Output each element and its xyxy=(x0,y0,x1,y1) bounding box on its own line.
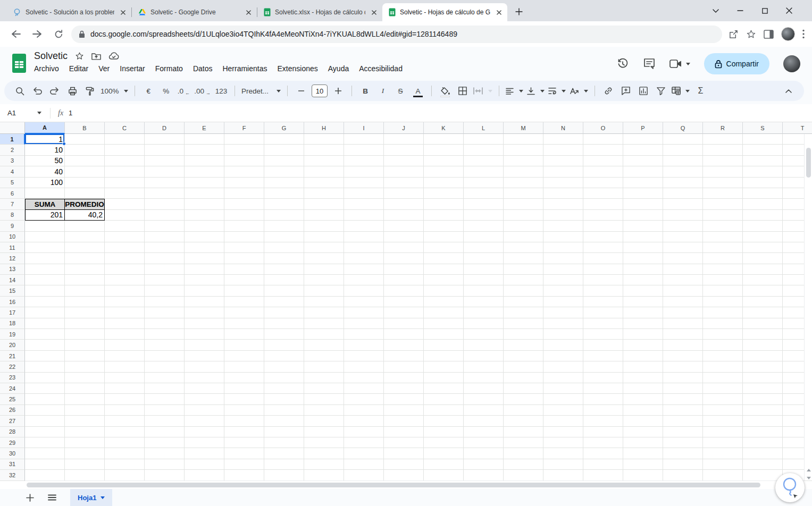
column-header-K[interactable]: K xyxy=(424,122,464,134)
functions-button[interactable]: Σ xyxy=(693,84,707,98)
grid-cell-S32[interactable] xyxy=(743,470,783,480)
grid-cell-R31[interactable] xyxy=(703,459,743,470)
grid-cell-I16[interactable] xyxy=(344,297,384,307)
grid-cell-F4[interactable] xyxy=(224,166,264,177)
grid-cell-J23[interactable] xyxy=(384,373,424,383)
grid-cell-M19[interactable] xyxy=(504,329,543,340)
grid-cell-R4[interactable] xyxy=(703,166,743,177)
grid-cell-N18[interactable] xyxy=(543,318,583,329)
menu-archivo[interactable]: Archivo xyxy=(30,63,63,74)
grid-cell-K27[interactable] xyxy=(424,416,464,426)
grid-cell-F1[interactable] xyxy=(224,134,264,145)
grid-cell-B19[interactable] xyxy=(65,329,105,340)
grid-cell-I24[interactable] xyxy=(344,383,384,394)
grid-cell-P22[interactable] xyxy=(623,361,663,372)
grid-cell-L26[interactable] xyxy=(464,405,504,416)
grid-cell-P25[interactable] xyxy=(623,394,663,404)
grid-cell-G27[interactable] xyxy=(264,416,304,426)
grid-cell-F31[interactable] xyxy=(224,459,264,470)
grid-cell-K13[interactable] xyxy=(424,264,464,275)
star-document-icon[interactable] xyxy=(75,52,84,61)
url-omnibox[interactable]: docs.google.com/spreadsheets/d/1ULqloe3i… xyxy=(71,26,722,43)
row-header-32[interactable]: 32 xyxy=(0,470,25,480)
document-title[interactable]: Solvetic xyxy=(34,50,68,62)
grid-cell-P3[interactable] xyxy=(623,156,663,166)
grid-cell-G23[interactable] xyxy=(264,373,304,383)
grid-cell-R22[interactable] xyxy=(703,361,743,372)
grid-cell-H13[interactable] xyxy=(304,264,344,275)
grid-cell-G16[interactable] xyxy=(264,297,304,307)
grid-cell-L7[interactable] xyxy=(464,199,504,209)
grid-cell-S23[interactable] xyxy=(743,373,783,383)
grid-cell-D3[interactable] xyxy=(145,156,185,166)
grid-cell-F22[interactable] xyxy=(224,361,264,372)
grid-cell-P7[interactable] xyxy=(623,199,663,209)
menu-ver[interactable]: Ver xyxy=(95,63,113,74)
grid-cell-M32[interactable] xyxy=(504,470,543,480)
grid-cell-D29[interactable] xyxy=(145,437,185,448)
browser-tab-3[interactable]: Solvetic.xlsx - Hojas de cálculo d xyxy=(257,3,382,21)
grid-cell-K8[interactable] xyxy=(424,210,464,221)
grid-cell-Q20[interactable] xyxy=(663,340,703,350)
grid-cell-P11[interactable] xyxy=(623,242,663,253)
menu-herramientas[interactable]: Herramientas xyxy=(219,63,271,74)
grid-cell-A10[interactable] xyxy=(25,232,65,242)
menu-extensiones[interactable]: Extensiones xyxy=(273,63,321,74)
bold-button[interactable]: B xyxy=(358,84,372,98)
select-all-corner[interactable] xyxy=(0,122,25,134)
forward-icon[interactable] xyxy=(29,26,46,43)
row-header-8[interactable]: 8 xyxy=(0,210,25,221)
grid-cell-L12[interactable] xyxy=(464,253,504,264)
grid-cell-R23[interactable] xyxy=(703,373,743,383)
grid-cell-H17[interactable] xyxy=(304,307,344,318)
grid-cell-I23[interactable] xyxy=(344,373,384,383)
grid-cell-F29[interactable] xyxy=(224,437,264,448)
grid-cell-L18[interactable] xyxy=(464,318,504,329)
grid-cell-P21[interactable] xyxy=(623,351,663,361)
grid-cell-K29[interactable] xyxy=(424,437,464,448)
grid-cell-J6[interactable] xyxy=(384,188,424,199)
grid-cell-R29[interactable] xyxy=(703,437,743,448)
grid-cell-G26[interactable] xyxy=(264,405,304,416)
grid-cell-C12[interactable] xyxy=(105,253,145,264)
column-header-S[interactable]: S xyxy=(743,122,783,134)
grid-cell-D8[interactable] xyxy=(145,210,185,221)
row-header-13[interactable]: 13 xyxy=(0,264,25,275)
grid-cell-B25[interactable] xyxy=(65,394,105,404)
grid-cell-F26[interactable] xyxy=(224,405,264,416)
grid-cell-N6[interactable] xyxy=(543,188,583,199)
column-header-L[interactable]: L xyxy=(464,122,504,134)
grid-cell-D26[interactable] xyxy=(145,405,185,416)
increase-font-size-button[interactable] xyxy=(331,84,345,98)
grid-cell-O3[interactable] xyxy=(583,156,623,166)
grid-cell-I29[interactable] xyxy=(344,437,384,448)
column-header-I[interactable]: I xyxy=(344,122,384,134)
grid-cell-R32[interactable] xyxy=(703,470,743,480)
menu-datos[interactable]: Datos xyxy=(189,63,216,74)
grid-cell-R11[interactable] xyxy=(703,242,743,253)
grid-cell-E3[interactable] xyxy=(185,156,224,166)
grid-cell-S25[interactable] xyxy=(743,394,783,404)
row-header-17[interactable]: 17 xyxy=(0,307,25,318)
grid-cell-I6[interactable] xyxy=(344,188,384,199)
grid-cell-M8[interactable] xyxy=(504,210,543,221)
grid-cell-Q14[interactable] xyxy=(663,275,703,285)
grid-cell-Q11[interactable] xyxy=(663,242,703,253)
row-header-21[interactable]: 21 xyxy=(0,351,25,361)
bookmark-star-icon[interactable] xyxy=(746,29,756,39)
grid-cell-K21[interactable] xyxy=(424,351,464,361)
grid-cell-J14[interactable] xyxy=(384,275,424,285)
grid-cell-I27[interactable] xyxy=(344,416,384,426)
grid-cell-R1[interactable] xyxy=(703,134,743,145)
grid-cell-O28[interactable] xyxy=(583,427,623,437)
grid-cell-J28[interactable] xyxy=(384,427,424,437)
grid-cell-M2[interactable] xyxy=(504,145,543,155)
grid-cell-P6[interactable] xyxy=(623,188,663,199)
format-currency-button[interactable]: € xyxy=(141,84,155,98)
zoom-select[interactable]: 100% xyxy=(101,84,128,98)
grid-cell-H29[interactable] xyxy=(304,437,344,448)
row-header-23[interactable]: 23 xyxy=(0,373,25,383)
grid-cell-C3[interactable] xyxy=(105,156,145,166)
grid-cell-E23[interactable] xyxy=(185,373,224,383)
row-header-11[interactable]: 11 xyxy=(0,242,25,253)
